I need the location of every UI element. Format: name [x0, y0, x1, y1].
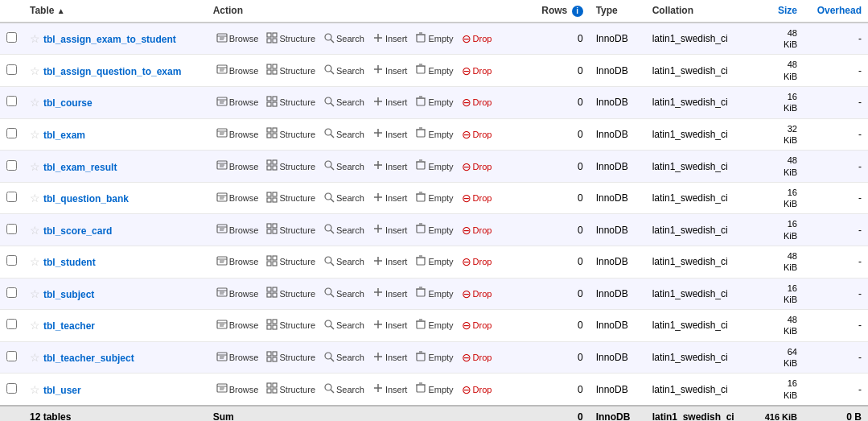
favorite-star-icon[interactable]: ☆ [30, 287, 40, 300]
favorite-star-icon[interactable]: ☆ [30, 32, 40, 45]
structure-btn[interactable]: Structure [263, 63, 319, 78]
table-name-link[interactable]: tbl_score_card [43, 225, 112, 237]
rows-info-icon[interactable]: i [572, 6, 583, 17]
row-checkbox[interactable] [6, 383, 17, 394]
insert-btn[interactable]: Insert [369, 63, 411, 78]
empty-btn[interactable]: Empty [412, 286, 456, 301]
search-btn[interactable]: Search [320, 191, 368, 206]
search-btn[interactable]: Search [320, 63, 368, 78]
table-name-header[interactable]: Table [23, 0, 207, 23]
search-btn[interactable]: Search [320, 286, 368, 301]
search-btn[interactable]: Search [320, 350, 368, 365]
drop-btn[interactable]: ⊖Drop [459, 287, 496, 301]
drop-btn[interactable]: ⊖Drop [459, 318, 496, 332]
table-name-link[interactable]: tbl_teacher_subject [43, 353, 134, 364]
drop-btn[interactable]: ⊖Drop [459, 223, 496, 237]
empty-btn[interactable]: Empty [412, 159, 456, 174]
search-btn[interactable]: Search [320, 31, 368, 47]
browse-btn[interactable]: Browse [213, 222, 262, 237]
row-checkbox[interactable] [6, 128, 17, 138]
table-name-link[interactable]: tbl_course [43, 97, 93, 109]
insert-btn[interactable]: Insert [369, 126, 411, 142]
browse-btn[interactable]: Browse [213, 63, 262, 78]
insert-btn[interactable]: Insert [369, 95, 411, 110]
empty-btn[interactable]: Empty [412, 126, 456, 142]
table-name-link[interactable]: tbl_exam_result [43, 162, 117, 173]
empty-btn[interactable]: Empty [412, 382, 456, 397]
drop-btn[interactable]: ⊖Drop [459, 31, 496, 46]
drop-btn[interactable]: ⊖Drop [459, 350, 496, 365]
structure-btn[interactable]: Structure [263, 95, 319, 110]
row-checkbox[interactable] [6, 351, 17, 361]
structure-btn[interactable]: Structure [263, 254, 319, 270]
insert-btn[interactable]: Insert [369, 382, 411, 397]
empty-btn[interactable]: Empty [412, 191, 456, 206]
drop-btn[interactable]: ⊖Drop [459, 64, 496, 78]
structure-btn[interactable]: Structure [263, 318, 319, 333]
drop-btn[interactable]: ⊖Drop [459, 191, 496, 205]
insert-btn[interactable]: Insert [369, 318, 411, 333]
row-checkbox[interactable] [6, 192, 17, 202]
structure-btn[interactable]: Structure [263, 286, 319, 301]
structure-btn[interactable]: Structure [263, 31, 319, 47]
empty-btn[interactable]: Empty [412, 254, 456, 270]
drop-btn[interactable]: ⊖Drop [459, 159, 496, 174]
browse-btn[interactable]: Browse [213, 31, 262, 47]
favorite-star-icon[interactable]: ☆ [30, 383, 40, 396]
favorite-star-icon[interactable]: ☆ [30, 128, 40, 141]
favorite-star-icon[interactable]: ☆ [30, 351, 40, 364]
row-checkbox[interactable] [6, 32, 17, 43]
row-checkbox[interactable] [6, 287, 17, 298]
empty-btn[interactable]: Empty [412, 350, 456, 365]
favorite-star-icon[interactable]: ☆ [30, 224, 40, 237]
table-name-link[interactable]: tbl_subject [43, 289, 94, 300]
structure-btn[interactable]: Structure [263, 159, 319, 174]
favorite-star-icon[interactable]: ☆ [30, 255, 40, 268]
table-name-link[interactable]: tbl_exam [43, 130, 85, 141]
browse-btn[interactable]: Browse [213, 95, 262, 110]
structure-btn[interactable]: Structure [263, 222, 319, 237]
favorite-star-icon[interactable]: ☆ [30, 64, 40, 77]
empty-btn[interactable]: Empty [412, 222, 456, 237]
empty-btn[interactable]: Empty [412, 31, 456, 47]
search-btn[interactable]: Search [320, 382, 368, 397]
table-name-link[interactable]: tbl_teacher [43, 320, 95, 332]
browse-btn[interactable]: Browse [213, 126, 262, 142]
row-checkbox[interactable] [6, 96, 17, 106]
insert-btn[interactable]: Insert [369, 191, 411, 206]
insert-btn[interactable]: Insert [369, 222, 411, 237]
search-btn[interactable]: Search [320, 126, 368, 142]
insert-btn[interactable]: Insert [369, 350, 411, 365]
favorite-star-icon[interactable]: ☆ [30, 192, 40, 204]
empty-btn[interactable]: Empty [412, 318, 456, 333]
row-checkbox[interactable] [6, 224, 17, 234]
favorite-star-icon[interactable]: ☆ [30, 96, 40, 109]
browse-btn[interactable]: Browse [213, 191, 262, 206]
row-checkbox[interactable] [6, 319, 17, 329]
table-name-link[interactable]: tbl_student [43, 257, 96, 268]
table-name-link[interactable]: tbl_user [43, 385, 81, 396]
browse-btn[interactable]: Browse [213, 159, 262, 174]
search-btn[interactable]: Search [320, 159, 368, 174]
search-btn[interactable]: Search [320, 254, 368, 270]
drop-btn[interactable]: ⊖Drop [459, 382, 496, 397]
row-checkbox[interactable] [6, 160, 17, 171]
empty-btn[interactable]: Empty [412, 63, 456, 78]
table-name-link[interactable]: tbl_assign_exam_to_student [43, 34, 176, 45]
search-btn[interactable]: Search [320, 222, 368, 237]
favorite-star-icon[interactable]: ☆ [30, 160, 40, 173]
browse-btn[interactable]: Browse [213, 286, 262, 301]
structure-btn[interactable]: Structure [263, 191, 319, 206]
insert-btn[interactable]: Insert [369, 286, 411, 301]
row-checkbox[interactable] [6, 64, 17, 75]
empty-btn[interactable]: Empty [412, 95, 456, 110]
favorite-star-icon[interactable]: ☆ [30, 319, 40, 332]
insert-btn[interactable]: Insert [369, 254, 411, 270]
structure-btn[interactable]: Structure [263, 126, 319, 142]
drop-btn[interactable]: ⊖Drop [459, 254, 496, 269]
browse-btn[interactable]: Browse [213, 382, 262, 397]
drop-btn[interactable]: ⊖Drop [459, 95, 496, 109]
search-btn[interactable]: Search [320, 95, 368, 110]
search-btn[interactable]: Search [320, 318, 368, 333]
row-checkbox[interactable] [6, 255, 17, 266]
